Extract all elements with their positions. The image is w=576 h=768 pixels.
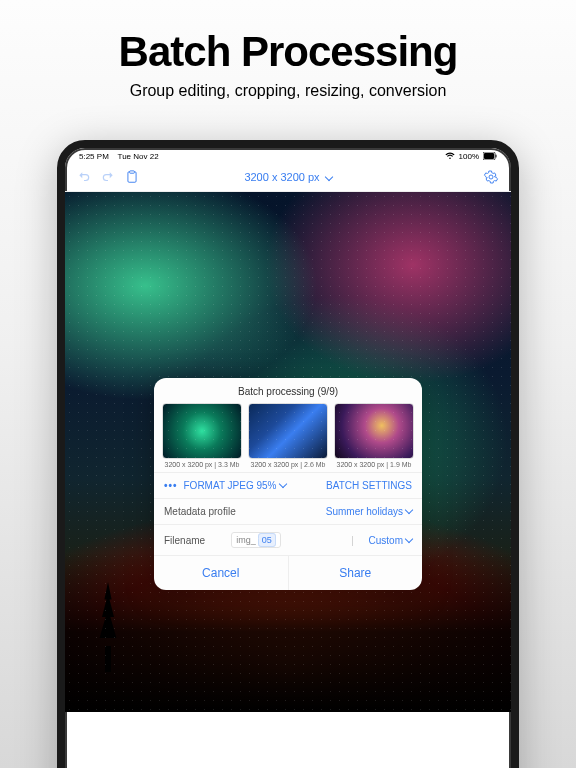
thumbnail-image — [248, 403, 328, 459]
share-button[interactable]: Share — [289, 556, 423, 590]
thumbnail-strip: 3200 x 3200 px | 3.3 Mb 3200 x 3200 px |… — [154, 403, 422, 472]
status-bar: 5:25 PM Tue Nov 22 100% — [65, 148, 511, 162]
filename-sequence: 05 — [258, 533, 276, 547]
status-date: Tue Nov 22 — [118, 152, 159, 161]
cancel-button[interactable]: Cancel — [154, 556, 289, 590]
undo-button[interactable] — [77, 170, 91, 184]
thumbnail-item[interactable]: 3200 x 3200 px | 2.6 Mb — [248, 403, 328, 468]
svg-rect-1 — [484, 153, 494, 159]
thumbnail-item[interactable]: 3200 x 3200 px | 3.3 Mb — [162, 403, 242, 468]
status-time: 5:25 PM — [79, 152, 109, 161]
battery-text: 100% — [459, 152, 479, 161]
thumbnail-image — [162, 403, 242, 459]
modal-title: Batch processing (9/9) — [154, 378, 422, 403]
battery-icon — [483, 152, 497, 160]
settings-button[interactable] — [483, 169, 499, 185]
thumbnail-image — [334, 403, 414, 459]
canvas-foreground — [65, 552, 511, 712]
dimensions-label: 3200 x 3200 px — [244, 171, 319, 183]
clipboard-button[interactable] — [125, 170, 139, 184]
canvas-tree — [93, 582, 123, 652]
redo-button[interactable] — [101, 170, 115, 184]
filename-label: Filename — [164, 535, 205, 546]
dimensions-dropdown[interactable]: 3200 x 3200 px — [244, 171, 331, 183]
thumbnail-item[interactable]: 3200 x 3200 px | 1.9 Mb — [334, 403, 414, 468]
format-dropdown[interactable]: FORMAT JPEG 95% — [184, 480, 286, 491]
image-canvas[interactable]: Batch processing (9/9) 3200 x 3200 px | … — [65, 192, 511, 712]
filename-mode-dropdown[interactable]: Custom — [369, 535, 412, 546]
thumbnail-caption: 3200 x 3200 px | 1.9 Mb — [334, 461, 414, 468]
svg-rect-4 — [130, 170, 135, 172]
thumbnail-caption: 3200 x 3200 px | 3.3 Mb — [162, 461, 242, 468]
batch-modal: Batch processing (9/9) 3200 x 3200 px | … — [154, 378, 422, 590]
app-toolbar: 3200 x 3200 px — [65, 162, 511, 192]
metadata-profile-dropdown[interactable]: Summer holidays — [326, 506, 412, 517]
svg-rect-2 — [496, 155, 497, 158]
metadata-profile-label: Metadata profile — [164, 506, 236, 517]
promo-title: Batch Processing — [0, 28, 576, 76]
filename-input[interactable]: img_05 — [231, 532, 281, 548]
more-icon[interactable]: ••• — [164, 480, 178, 491]
promo-subtitle: Group editing, cropping, resizing, conve… — [0, 82, 576, 100]
wifi-icon — [445, 152, 455, 160]
tablet-frame: 5:25 PM Tue Nov 22 100% — [57, 140, 519, 768]
batch-settings-button[interactable]: BATCH SETTINGS — [326, 480, 412, 491]
thumbnail-caption: 3200 x 3200 px | 2.6 Mb — [248, 461, 328, 468]
